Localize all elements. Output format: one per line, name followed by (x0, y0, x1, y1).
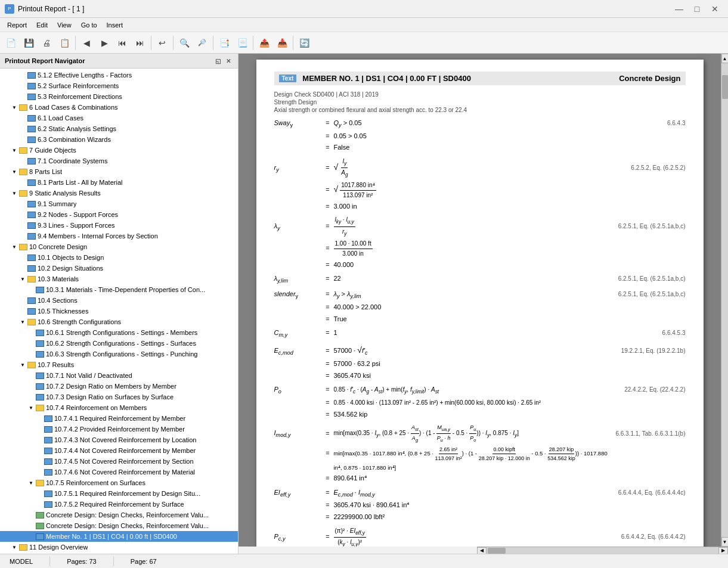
first-button[interactable]: ⏮ (114, 35, 131, 51)
report-section-title: Concrete Design (619, 74, 680, 83)
tree-item-10[interactable]: ▼10 Concrete Design (0, 241, 238, 252)
menu-view[interactable]: View (52, 20, 76, 30)
tree-item-10.7.5[interactable]: ▼10.7.5 Reinforcement on Surfaces (0, 477, 238, 488)
tree-toggle-10.7.5: ▼ (27, 479, 35, 486)
menu-insert[interactable]: Insert (102, 20, 128, 30)
receive-button[interactable]: 📥 (274, 35, 290, 51)
print-button[interactable]: 🖨 (38, 35, 55, 51)
tree-item-10.7.5.2[interactable]: 10.7.5.2 Required Reinforcement by Surfa… (0, 499, 238, 510)
refresh-button[interactable]: 🔄 (296, 35, 312, 51)
menu-report[interactable]: Report (2, 20, 32, 30)
export-pdf-button[interactable]: 📑 (216, 35, 233, 51)
tree-item-11[interactable]: ▼11 Design Overview (0, 542, 238, 553)
tree-item-6.3[interactable]: 6.3 Combination Wizards (0, 134, 238, 145)
tree-item-10.7.4.6[interactable]: 10.7.4.6 Not Covered Reinforcement by Ma… (0, 467, 238, 477)
tree-item-10.5[interactable]: 10.5 Thicknesses (0, 306, 238, 316)
export-button[interactable]: 📃 (234, 35, 250, 51)
tree-item-10.6.2[interactable]: 10.6.2 Strength Configurations - Setting… (0, 338, 238, 349)
tree-item-10.2[interactable]: 10.2 Design Situations (0, 263, 238, 274)
tree-item-5.1.2[interactable]: 5.1.2 Effective Lengths - Factors (0, 70, 238, 80)
tree-item-10.7.3[interactable]: 10.7.3 Design Ratio on Surfaces by Surfa… (0, 392, 238, 402)
tree-icon-9.4 (27, 233, 36, 240)
maximize-button[interactable]: □ (689, 2, 705, 15)
tree-item-10.7.4.3[interactable]: 10.7.4.3 Not Covered Reinforcement by Lo… (0, 434, 238, 445)
tree-icon-5.1.2 (27, 72, 36, 79)
right-scrollbar[interactable]: ▲ ▼ (721, 54, 728, 547)
close-button[interactable]: ✕ (707, 2, 723, 15)
tree-item-10.7.4.2[interactable]: 10.7.4.2 Provided Reinforcement by Membe… (0, 424, 238, 434)
tree-item-10.4[interactable]: 10.4 Sections (0, 295, 238, 306)
content-area[interactable]: Text MEMBER NO. 1 | DS1 | CO4 | 0.00 FT … (238, 54, 721, 547)
tree-label-10.7.4: 10.7.4 Reinforcement on Members (46, 404, 147, 411)
status-page: Page: 67 (126, 558, 162, 565)
nav-restore-button[interactable]: ◱ (213, 56, 222, 66)
tree-item-6.2[interactable]: 6.2 Static Analysis Settings (0, 123, 238, 134)
tree-icon-10.7.4.5 (44, 458, 52, 465)
tree-icon-10.6.1 (36, 330, 44, 336)
tree-item-10.7.2[interactable]: 10.7.2 Design Ratio on Members by Member (0, 381, 238, 392)
tree-toggle-9: ▼ (11, 190, 18, 197)
save-button[interactable]: 💾 (20, 35, 37, 51)
tree-item-9[interactable]: ▼9 Static Analysis Results (0, 188, 238, 198)
tree-item-10.7[interactable]: ▼10.7 Results (0, 359, 238, 370)
tree-item-6.1[interactable]: 6.1 Load Cases (0, 113, 238, 123)
minimize-button[interactable]: — (671, 2, 687, 15)
tree-item-7.1[interactable]: 7.1 Coordinate Systems (0, 156, 238, 166)
formula-lambda-lim: λy,lim = 22 6.2.5.1, Eq. (6.2.5.1a,b,c) (274, 274, 686, 285)
tree-item-8[interactable]: ▼8 Parts List (0, 166, 238, 177)
tree-item-10.7.4.1[interactable]: 10.7.4.1 Required Reinforcement by Membe… (0, 413, 238, 424)
tree-item-10.6.3[interactable]: 10.6.3 Strength Configurations - Setting… (0, 349, 238, 359)
new-button[interactable]: 📄 (2, 35, 19, 51)
scroll-up-arrow[interactable]: ▲ (721, 54, 729, 63)
tree-item-5.3[interactable]: 5.3 Reinforcement Directions (0, 91, 238, 102)
tree-item-10.6.1[interactable]: 10.6.1 Strength Configurations - Setting… (0, 327, 238, 338)
prev-button[interactable]: ◀ (78, 35, 95, 51)
h-scroll-thumb[interactable] (488, 548, 506, 554)
scroll-thumb[interactable] (722, 75, 728, 99)
zoom-in-button[interactable]: 🔍 (176, 35, 193, 51)
tree-label-10.7.4.5: 10.7.4.5 Not Covered Reinforcement by Se… (54, 458, 194, 465)
menu-goto[interactable]: Go to (76, 20, 102, 30)
tree-item-10.7.4.4[interactable]: 10.7.4.4 Not Covered Reinforcement by Me… (0, 445, 238, 456)
zoom-out-button[interactable]: 🔎 (194, 35, 210, 51)
navigator-header-buttons: ◱ ✕ (213, 56, 233, 66)
send-button[interactable]: 📤 (256, 35, 272, 51)
nav-tree[interactable]: 5.1.2 Effective Lengths - Factors5.2 Sur… (0, 69, 238, 554)
tree-icon-10.7 (27, 362, 36, 368)
tree-item-9.1[interactable]: 9.1 Summary (0, 198, 238, 209)
tree-toggle-10.6.2 (27, 340, 35, 347)
tree-item-10.1[interactable]: 10.1 Objects to Design (0, 252, 238, 263)
tree-item-member1[interactable]: Member No. 1 | DS1 | CO4 | 0.00 ft | SD0… (0, 531, 238, 542)
tree-item-10.7.4.5[interactable]: 10.7.4.5 Not Covered Reinforcement by Se… (0, 456, 238, 467)
tree-item-cd1[interactable]: Concrete Design: Design Checks, Reinforc… (0, 510, 238, 520)
tree-item-cd2[interactable]: Concrete Design: Design Checks, Reinforc… (0, 520, 238, 531)
report-header-title: MEMBER NO. 1 | DS1 | CO4 | 0.00 FT | SD0… (302, 74, 619, 83)
horizontal-scrollbar[interactable]: ◀ ▶ (477, 547, 728, 554)
tree-item-11.1[interactable]: 11.1 Design Overview (0, 553, 238, 554)
tree-item-5.2[interactable]: 5.2 Surface Reinforcements (0, 80, 238, 91)
tree-item-9.3[interactable]: 9.3 Lines - Support Forces (0, 220, 238, 231)
tree-item-8.1[interactable]: 8.1 Parts List - All by Material (0, 177, 238, 188)
tree-toggle-10.7.4: ▼ (27, 404, 35, 411)
tree-item-6[interactable]: ▼6 Load Cases & Combinations (0, 102, 238, 113)
tree-item-9.4[interactable]: 9.4 Members - Internal Forces by Section (0, 231, 238, 241)
scroll-right-arrow[interactable]: ▶ (718, 547, 728, 554)
tree-item-10.3.1[interactable]: 10.3.1 Materials - Time-Dependent Proper… (0, 284, 238, 295)
nav-close-button[interactable]: ✕ (224, 56, 233, 66)
tree-item-10.7.4[interactable]: ▼10.7.4 Reinforcement on Members (0, 402, 238, 413)
tree-toggle-10.1 (19, 254, 26, 261)
formula-pcy: Pc,y = (π)² · EIeff,y (ky · lu,y)² 6.6.4… (274, 526, 686, 547)
scroll-down-arrow[interactable]: ▼ (721, 537, 729, 547)
tree-item-10.7.1[interactable]: 10.7.1 Not Valid / Deactivated (0, 370, 238, 381)
tree-item-9.2[interactable]: 9.2 Nodes - Support Forces (0, 209, 238, 220)
scroll-left-arrow[interactable]: ◀ (477, 547, 487, 554)
menu-edit[interactable]: Edit (32, 20, 52, 30)
tree-item-10.3[interactable]: ▼10.3 Materials (0, 274, 238, 284)
back-button[interactable]: ↩ (154, 35, 171, 51)
copy-button[interactable]: 📋 (56, 35, 73, 51)
tree-item-10.6[interactable]: ▼10.6 Strength Configurations (0, 316, 238, 327)
next-button[interactable]: ▶ (96, 35, 113, 51)
last-button[interactable]: ⏭ (132, 35, 148, 51)
tree-item-10.7.5.1[interactable]: 10.7.5.1 Required Reinforcement by Desig… (0, 488, 238, 499)
tree-item-7[interactable]: ▼7 Guide Objects (0, 145, 238, 156)
